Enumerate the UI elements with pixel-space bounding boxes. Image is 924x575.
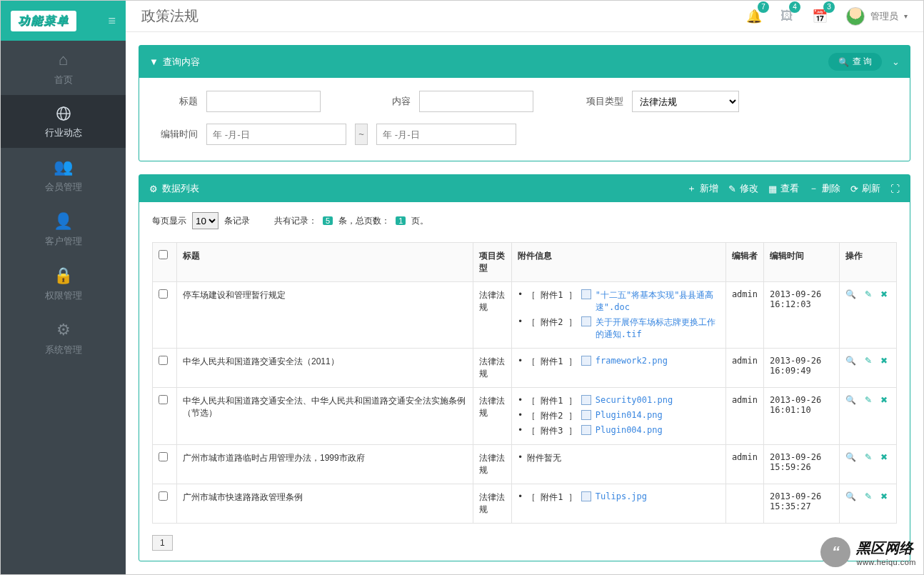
plus-icon: ＋ (687, 182, 696, 195)
row-edit-icon[interactable]: ✎ (865, 289, 872, 299)
sidebar-item-label: 行业动态 (45, 127, 82, 138)
per-page-suffix: 条记录 (224, 215, 250, 227)
user-menu[interactable]: 管理员 ▾ (846, 7, 908, 26)
home-icon: ⌂ (1, 51, 126, 69)
row-edit-icon[interactable]: ✎ (865, 356, 872, 366)
view-button[interactable]: ▦查看 (768, 182, 799, 195)
sidebar-item-industry[interactable]: 行业动态 (1, 95, 126, 148)
attachment-link[interactable]: Plugin004.png (596, 425, 720, 435)
cell-type: 法律法规 (473, 282, 511, 349)
cell-actions: 🔍✎✖ (840, 388, 897, 445)
col-header-type: 项目类型 (473, 243, 511, 282)
add-button[interactable]: ＋新增 (687, 182, 718, 195)
refresh-button[interactable]: ⟳刷新 (850, 182, 880, 195)
row-delete-icon[interactable]: ✖ (880, 491, 888, 501)
date-from-input[interactable] (206, 124, 346, 145)
bullet-icon: • (518, 289, 523, 299)
row-view-icon[interactable]: 🔍 (845, 452, 856, 462)
cell-editor: admin (725, 388, 763, 445)
query-panel-header: ▼ 查询内容 🔍 查 询 ⌄ (139, 46, 910, 78)
row-view-icon[interactable]: 🔍 (845, 289, 856, 299)
calendar-button[interactable]: 📅 3 (812, 9, 828, 24)
chevron-down-icon: ▾ (904, 12, 908, 20)
query-panel: ▼ 查询内容 🔍 查 询 ⌄ 标题 (139, 45, 910, 161)
total-pages: 1 (396, 216, 406, 225)
topbar: 政策法规 🔔 7 🖼 4 📅 3 管理员 ▾ (126, 1, 923, 32)
cell-title: 中华人民共和国道路交通安全法（2011） (177, 349, 473, 388)
cell-title: 广州市城市道路临时占用管理办法，1999市政府 (177, 445, 473, 484)
brand-bar: 功能菜单 ≡ (1, 1, 126, 41)
cell-actions: 🔍✎✖ (840, 282, 897, 349)
images-button[interactable]: 🖼 4 (780, 9, 793, 24)
cell-attachments: •［ 附件1 ］Tulips.jpg (511, 484, 725, 524)
user-label: 管理员 (870, 10, 898, 23)
sidebar-item-members[interactable]: 👥 会员管理 (1, 148, 126, 202)
per-page-select[interactable]: 10 (192, 212, 219, 229)
search-button[interactable]: 🔍 查 询 (828, 53, 882, 71)
attachment-link[interactable]: Tulips.jpg (596, 491, 720, 501)
row-view-icon[interactable]: 🔍 (845, 491, 856, 501)
cell-attachments: •［ 附件1 ］Security001.png•［ 附件2 ］Plugin014… (511, 388, 725, 445)
sidebar-item-system[interactable]: ⚙ 系统管理 (1, 311, 126, 365)
table-row: 中华人民共和国道路交通安全法（2011）法律法规•［ 附件1 ］framewor… (153, 349, 897, 388)
file-icon (581, 289, 591, 299)
row-view-icon[interactable]: 🔍 (845, 395, 856, 405)
row-checkbox[interactable] (159, 356, 168, 365)
select-all-checkbox[interactable] (159, 250, 168, 259)
attachment-link[interactable]: framework2.png (596, 356, 720, 366)
project-type-select[interactable]: 法律法规 (632, 91, 739, 112)
row-delete-icon[interactable]: ✖ (880, 395, 888, 405)
filter-icon: ▼ (149, 56, 159, 67)
fullscreen-icon[interactable]: ⛶ (890, 184, 900, 194)
collapse-icon[interactable]: ⌄ (892, 56, 900, 67)
data-table: 标题 项目类型 附件信息 编辑者 编辑时间 操作 停车场建设和管理暂行规定法律法… (152, 242, 897, 524)
per-page-prefix: 每页显示 (152, 215, 186, 227)
notifications-button[interactable]: 🔔 7 (746, 9, 762, 24)
file-icon (581, 316, 591, 326)
sidebar-item-permissions[interactable]: 🔒 权限管理 (1, 256, 126, 311)
row-edit-icon[interactable]: ✎ (865, 491, 872, 501)
cell-attachments: •［ 附件1 ］framework2.png (511, 349, 725, 388)
row-checkbox[interactable] (159, 491, 168, 501)
attachment-link[interactable]: Security001.png (596, 395, 720, 405)
attachment-label: ［ 附件1 ］ (527, 289, 577, 301)
row-edit-icon[interactable]: ✎ (865, 452, 872, 462)
list-panel-title: 数据列表 (162, 182, 199, 195)
row-delete-icon[interactable]: ✖ (880, 289, 888, 299)
cell-type: 法律法规 (473, 484, 511, 524)
edit-button[interactable]: ✎修改 (728, 182, 758, 195)
row-checkbox[interactable] (159, 452, 168, 461)
list-meta: 每页显示 10 条记录 共有记录： 5 条，总页数： 1 页。 (152, 212, 897, 229)
label-content: 内容 (366, 95, 411, 108)
page-button[interactable]: 1 (152, 535, 173, 551)
row-checkbox[interactable] (159, 289, 168, 299)
file-icon (581, 356, 591, 366)
delete-button[interactable]: －删除 (809, 182, 840, 195)
lock-icon: 🔒 (1, 266, 126, 285)
row-delete-icon[interactable]: ✖ (880, 356, 888, 366)
cell-type: 法律法规 (473, 445, 511, 484)
date-separator: ~ (355, 124, 368, 145)
row-view-icon[interactable]: 🔍 (845, 356, 856, 366)
watermark-url: www.heiqu.com (856, 558, 916, 566)
sidebar-item-customers[interactable]: 👤 客户管理 (1, 202, 126, 256)
row-delete-icon[interactable]: ✖ (880, 452, 888, 462)
attachment-link[interactable]: Plugin014.png (596, 410, 720, 420)
bullet-icon: • (518, 425, 523, 435)
cell-time: 2013-09-26 16:01:10 (764, 388, 840, 445)
attachment-link[interactable]: 关于开展停车场标志牌更换工作的通知.tif (596, 316, 720, 341)
row-checkbox[interactable] (159, 395, 168, 404)
date-to-input[interactable] (376, 124, 516, 145)
cell-attachments: •附件暂无 (511, 445, 725, 484)
watermark-brand: 黑区网络 (856, 539, 916, 558)
menu-toggle-icon[interactable]: ≡ (108, 14, 116, 29)
attachment-link[interactable]: "十二五"将基本实现"县县通高速".doc (596, 289, 720, 314)
globe-icon (1, 105, 126, 122)
cell-editor (725, 484, 763, 524)
content: ▼ 查询内容 🔍 查 询 ⌄ 标题 (126, 32, 923, 574)
title-input[interactable] (206, 91, 321, 112)
cell-type: 法律法规 (473, 349, 511, 388)
sidebar-item-home[interactable]: ⌂ 首页 (1, 41, 126, 95)
row-edit-icon[interactable]: ✎ (865, 395, 872, 405)
content-input[interactable] (419, 91, 533, 112)
